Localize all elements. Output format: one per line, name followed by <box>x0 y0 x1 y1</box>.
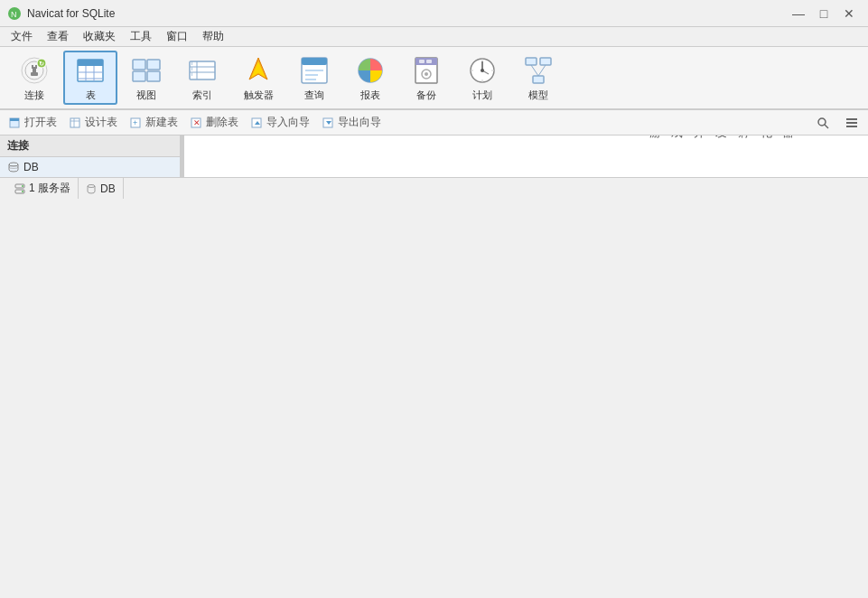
svg-point-80 <box>88 184 95 187</box>
search-icon <box>816 116 830 130</box>
query-icon <box>298 54 331 87</box>
toolbar-model[interactable]: 模型 <box>511 51 565 105</box>
svg-rect-4 <box>31 72 38 76</box>
maximize-button[interactable]: □ <box>812 5 835 23</box>
svg-rect-31 <box>302 58 327 65</box>
toolbar-table-label: 表 <box>86 89 96 102</box>
svg-rect-71 <box>846 122 857 124</box>
toolbar-schedule-label: 计划 <box>472 89 492 102</box>
db-icon <box>7 161 20 173</box>
svg-text:N: N <box>11 10 17 19</box>
toolbar: ↻ 连接 表 视图 <box>0 47 868 110</box>
svg-rect-21 <box>190 61 215 79</box>
sec-delete-table[interactable]: ✕ 删除表 <box>185 113 244 132</box>
sec-open-table[interactable]: 打开表 <box>4 113 62 132</box>
sec-toolbar: 打开表 设计表 + 新建表 ✕ 删除表 导入向导 <box>0 110 868 135</box>
toolbar-trigger[interactable]: 触发器 <box>231 51 285 105</box>
toolbar-query-label: 查询 <box>304 89 324 102</box>
sec-toolbar-right <box>810 114 864 132</box>
svg-rect-18 <box>147 60 160 70</box>
svg-rect-51 <box>540 58 551 65</box>
sidebar-db-label: DB <box>23 161 39 173</box>
toolbar-connect-label: 连接 <box>24 89 44 102</box>
app-icon: N <box>7 6 22 21</box>
svg-point-79 <box>22 191 23 192</box>
close-button[interactable]: ✕ <box>837 5 861 23</box>
svg-rect-12 <box>78 60 103 66</box>
list-view-button[interactable] <box>839 114 864 132</box>
svg-rect-52 <box>533 76 544 83</box>
svg-rect-50 <box>526 58 537 65</box>
svg-text:↻: ↻ <box>39 61 44 67</box>
minimize-button[interactable]: — <box>787 5 810 23</box>
index-icon: i i i <box>186 54 219 87</box>
logo-area: GAMESHOW 游 戏 开 发 孵 化 器 <box>633 135 814 141</box>
toolbar-index[interactable]: i i i 索引 <box>175 51 229 105</box>
svg-point-41 <box>425 72 428 76</box>
toolbar-backup[interactable]: 备份 <box>399 51 453 105</box>
sec-export-wizard[interactable]: 导出向导 <box>317 113 387 132</box>
toolbar-table[interactable]: 表 <box>63 51 117 105</box>
model-icon <box>522 54 555 87</box>
svg-rect-38 <box>419 60 425 63</box>
trigger-icon <box>242 54 275 87</box>
toolbar-query[interactable]: 查询 <box>287 51 341 105</box>
toolbar-report-label: 报表 <box>360 89 380 102</box>
title-bar-left: N Navicat for SQLite <box>7 6 115 21</box>
toolbar-report[interactable]: 报表 <box>343 51 397 105</box>
toolbar-view[interactable]: 视图 <box>119 51 173 105</box>
new-table-icon: + <box>130 117 143 129</box>
toolbar-backup-label: 备份 <box>416 89 436 102</box>
sec-new-table[interactable]: + 新建表 <box>125 113 183 132</box>
export-icon <box>322 117 335 129</box>
gameshow-sub: 游 戏 开 发 孵 化 器 <box>649 135 798 141</box>
menu-favorites[interactable]: 收藏夹 <box>76 27 123 46</box>
svg-line-69 <box>825 125 828 128</box>
menu-help[interactable]: 帮助 <box>195 27 231 46</box>
svg-text:✕: ✕ <box>193 118 201 127</box>
svg-point-78 <box>22 185 23 187</box>
sidebar-header: 连接 <box>0 135 180 157</box>
toolbar-schedule[interactable]: 计划 <box>455 51 509 105</box>
title-bar: N Navicat for SQLite — □ ✕ <box>0 0 868 27</box>
list-view-icon <box>845 116 859 130</box>
status-bar: 1 服务器 DB <box>0 177 868 199</box>
menu-view[interactable]: 查看 <box>40 27 76 46</box>
menu-file[interactable]: 文件 <box>4 27 40 46</box>
svg-point-68 <box>818 118 826 126</box>
report-icon <box>354 54 387 87</box>
menu-window[interactable]: 窗口 <box>159 27 195 46</box>
toolbar-connect[interactable]: ↻ 连接 <box>7 51 61 105</box>
svg-rect-20 <box>147 71 160 81</box>
menu-tools[interactable]: 工具 <box>123 27 159 46</box>
svg-rect-7 <box>32 65 33 69</box>
status-db: DB <box>79 178 124 199</box>
toolbar-trigger-label: 触发器 <box>244 89 274 102</box>
svg-rect-57 <box>70 118 79 127</box>
window-controls: — □ ✕ <box>787 5 861 23</box>
svg-rect-17 <box>133 60 145 70</box>
toolbar-view-label: 视图 <box>136 89 156 102</box>
schedule-icon <box>466 54 499 87</box>
sidebar-item-db[interactable]: DB <box>0 157 180 177</box>
toolbar-model-label: 模型 <box>528 89 548 102</box>
status-server: 1 服务器 <box>7 178 79 199</box>
svg-rect-19 <box>133 71 145 81</box>
svg-rect-56 <box>10 118 19 121</box>
svg-line-54 <box>538 65 546 76</box>
svg-rect-8 <box>35 65 37 69</box>
search-button[interactable] <box>810 114 835 132</box>
svg-rect-39 <box>426 60 432 63</box>
svg-point-45 <box>481 69 484 72</box>
content-area: 连接 DB <box>0 135 868 177</box>
window-title: Navicat for SQLite <box>27 7 115 20</box>
sec-import-wizard[interactable]: 导入向导 <box>246 113 315 132</box>
status-db-icon <box>86 183 97 194</box>
import-icon <box>251 117 264 129</box>
toolbar-index-label: 索引 <box>192 89 212 102</box>
delete-table-icon: ✕ <box>191 117 203 129</box>
svg-rect-72 <box>846 126 857 127</box>
server-icon <box>14 183 25 194</box>
sec-design-table[interactable]: 设计表 <box>64 113 123 132</box>
menu-bar: 文件 查看 收藏夹 工具 窗口 帮助 <box>0 27 868 47</box>
